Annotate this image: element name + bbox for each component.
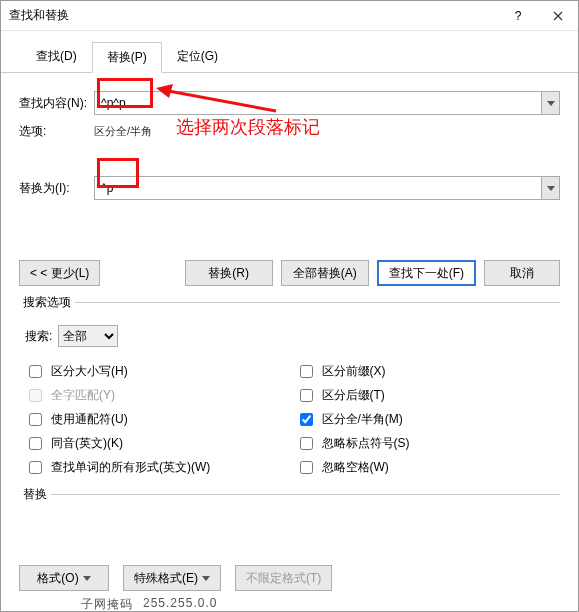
- chk-full-half[interactable]: 区分全/半角(M): [296, 410, 555, 429]
- footer-fragment: 子网掩码255.255.0.0: [81, 596, 217, 612]
- search-options-group: 搜索选项 搜索: 全部 区分大小写(H) 全字匹配(Y) 使用通配符(U) 同音…: [19, 294, 560, 482]
- close-icon: [553, 11, 563, 21]
- less-button[interactable]: < < 更少(L): [19, 260, 100, 286]
- replace-with-field[interactable]: [94, 176, 560, 200]
- dialog-body: 查找内容(N): 选项: 区分全/半角 替换为(I): < < 更少(L): [1, 73, 578, 511]
- chk-wildcards[interactable]: 使用通配符(U): [25, 410, 284, 429]
- replace-with-input[interactable]: [95, 177, 541, 199]
- chevron-down-icon: [202, 576, 210, 581]
- find-what-dropdown[interactable]: [541, 92, 559, 114]
- replace-format-group: 替换: [19, 486, 560, 511]
- titlebar: 查找和替换 ?: [1, 1, 578, 31]
- chk-match-suffix[interactable]: 区分后缀(T): [296, 386, 555, 405]
- chk-ignore-punct[interactable]: 忽略标点符号(S): [296, 434, 555, 453]
- search-scope-select[interactable]: 全部: [58, 325, 118, 347]
- chk-match-case[interactable]: 区分大小写(H): [25, 362, 284, 381]
- replace-format-legend: 替换: [19, 486, 51, 503]
- find-what-label: 查找内容(N):: [19, 95, 94, 112]
- find-what-field[interactable]: [94, 91, 560, 115]
- replace-all-button[interactable]: 全部替换(A): [281, 260, 369, 286]
- replace-with-dropdown[interactable]: [541, 177, 559, 199]
- tab-replace[interactable]: 替换(P): [92, 42, 162, 73]
- find-replace-dialog: 查找和替换 ? 查找(D) 替换(P) 定位(G) 查找内容(N): 选项: 区…: [0, 0, 579, 612]
- chevron-down-icon: [547, 186, 555, 191]
- help-button[interactable]: ?: [498, 1, 538, 31]
- format-button-row: 格式(O) 特殊格式(E) 不限定格式(T): [19, 565, 560, 591]
- search-options-legend: 搜索选项: [19, 294, 75, 311]
- special-format-button[interactable]: 特殊格式(E): [123, 565, 221, 591]
- replace-with-label: 替换为(I):: [19, 180, 94, 197]
- chk-word-forms[interactable]: 查找单词的所有形式(英文)(W): [25, 458, 284, 477]
- tab-bar: 查找(D) 替换(P) 定位(G): [1, 31, 578, 73]
- chevron-down-icon: [547, 101, 555, 106]
- search-scope-label: 搜索:: [25, 328, 52, 345]
- window-title: 查找和替换: [1, 7, 498, 24]
- find-what-input[interactable]: [95, 92, 541, 114]
- chk-ignore-space[interactable]: 忽略空格(W): [296, 458, 555, 477]
- tab-goto[interactable]: 定位(G): [162, 41, 233, 72]
- tab-find[interactable]: 查找(D): [21, 41, 92, 72]
- chevron-down-icon: [83, 576, 91, 581]
- find-next-button[interactable]: 查找下一处(F): [377, 260, 476, 286]
- options-label: 选项:: [19, 123, 94, 140]
- cancel-button[interactable]: 取消: [484, 260, 560, 286]
- options-value: 区分全/半角: [94, 124, 152, 139]
- no-format-button: 不限定格式(T): [235, 565, 332, 591]
- chk-whole-word: 全字匹配(Y): [25, 386, 284, 405]
- chk-sounds-like[interactable]: 同音(英文)(K): [25, 434, 284, 453]
- replace-button[interactable]: 替换(R): [185, 260, 273, 286]
- close-button[interactable]: [538, 1, 578, 31]
- format-button[interactable]: 格式(O): [19, 565, 109, 591]
- chk-match-prefix[interactable]: 区分前缀(X): [296, 362, 555, 381]
